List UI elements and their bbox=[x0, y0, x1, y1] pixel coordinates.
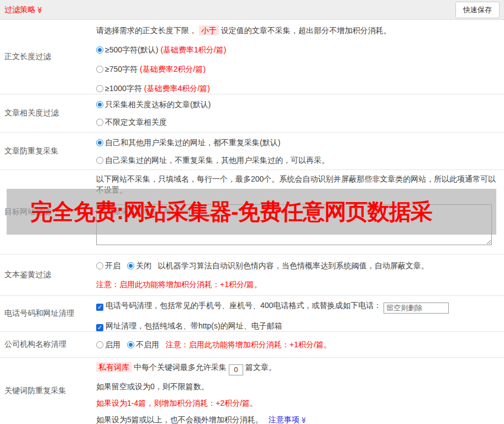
radio-option-disable[interactable]: 不启用 bbox=[127, 340, 159, 349]
radio-option-500[interactable]: ≥500字符(默认)(基础费率1积分/篇) bbox=[96, 44, 500, 55]
radio-unchecked-icon[interactable] bbox=[96, 157, 103, 164]
row-relevance-filter: 文章相关度过滤 只采集相关度达标的文章(默认) 不限定文章相关度 bbox=[0, 94, 504, 132]
row-phone-url-clean: 电话号码和网址清理 ✓电话号码清理，包括常见的手机号、座机号、400电话格式，或… bbox=[0, 296, 504, 332]
company-clean-cost-note: 注意：启用此功能将增加积分消耗：+1积分/篇。 bbox=[166, 340, 332, 349]
porn-filter-cost-note: 注意：启用此功能将增加积分消耗：+1积分/篇。 bbox=[96, 279, 500, 290]
radio-option-on[interactable]: 开启 bbox=[96, 261, 120, 270]
radio-checked-icon[interactable] bbox=[127, 262, 134, 269]
radio-option-750[interactable]: ≥750字符(基础费率2积分/篇) bbox=[96, 63, 500, 75]
radio-option-self-dedup[interactable]: 自己采集过的网址，不重复采集，其他用户采集过的，可以再采。 bbox=[96, 155, 500, 166]
body-length-intro: 请选择需求的正文长度下限， 小于 设定值的文章不采集，超出部分不增加积分消耗。 bbox=[96, 25, 500, 36]
keyword-note-cost: 如果设为1-4篇，则增加积分消耗：+2积分/篇。 bbox=[96, 398, 500, 409]
private-lexicon-tag: 私有词库 bbox=[96, 362, 132, 372]
header-bar: 过滤策略≫ 快速保存 bbox=[0, 0, 504, 20]
less-than-tag: 小于 bbox=[199, 25, 219, 35]
page-title[interactable]: 过滤策略≫ bbox=[4, 5, 44, 15]
chevron-double-down-icon: ≫ bbox=[298, 417, 309, 423]
radio-unchecked-icon[interactable] bbox=[96, 85, 103, 92]
chevron-double-down-icon: ≫ bbox=[36, 6, 44, 13]
porn-filter-options: 开启 关闭 以机器学习算法自动识别色情内容，当色情概率达到系统阈值，自动屏蔽文章… bbox=[96, 260, 500, 271]
radio-unchecked-icon[interactable] bbox=[96, 341, 103, 348]
checkbox-checked-icon[interactable]: ✓ bbox=[96, 324, 103, 331]
page-title-text: 过滤策略 bbox=[4, 5, 35, 14]
checkbox-checked-icon[interactable]: ✓ bbox=[96, 304, 103, 311]
url-clean-option[interactable]: ✓网址清理，包括纯域名、带http(s)的网址、电子邮箱 bbox=[96, 320, 500, 331]
radio-checked-icon[interactable] bbox=[96, 46, 103, 54]
row-label: 文章相关度过滤 bbox=[0, 94, 96, 132]
row-company-clean: 公司机构名称清理 启用 不启用 注意：启用此功能将增加积分消耗：+1积分/篇。 bbox=[0, 332, 504, 358]
row-label: 公司机构名称清理 bbox=[0, 332, 96, 357]
row-keyword-dedup: 关键词防重复采集 私有词库 中每个关键词最多允许采集篇文章。 如果留空或设为0，… bbox=[0, 358, 504, 424]
radio-option-no-limit[interactable]: 不限定文章相关度 bbox=[96, 116, 500, 128]
row-label: 电话号码和网址清理 bbox=[0, 296, 96, 331]
radio-option-off[interactable]: 关闭 bbox=[127, 261, 151, 270]
watermark-overlay: 完全免费:网站采集器-免费任意网页数据采 bbox=[7, 189, 496, 235]
phone-clean-option[interactable]: ✓电话号码清理，包括常见的手机号、座机号、400电话格式，或替换成如下电话： bbox=[96, 300, 500, 314]
keyword-limit-input[interactable] bbox=[229, 364, 243, 375]
fee-note: (基础费率4积分/篇) bbox=[144, 84, 210, 93]
radio-checked-icon[interactable] bbox=[96, 101, 103, 108]
row-label: 文本鉴黄过滤 bbox=[0, 255, 96, 295]
watermark-text: 完全免费:网站采集器-免费任意网页数据采 bbox=[30, 197, 432, 227]
porn-filter-desc: 以机器学习算法自动识别色情内容，当色情概率达到系统阈值，自动屏蔽文章。 bbox=[158, 261, 429, 270]
radio-option-relevant-only[interactable]: 只采集相关度达标的文章(默认) bbox=[96, 99, 500, 110]
radio-checked-icon[interactable] bbox=[127, 341, 134, 348]
radio-option-global-dedup[interactable]: 自己和其他用户采集过的网址，都不重复采集(默认) bbox=[96, 137, 500, 148]
radio-checked-icon[interactable] bbox=[96, 139, 103, 146]
fee-note: (基础费率1积分/篇) bbox=[160, 45, 226, 54]
row-porn-filter: 文本鉴黄过滤 开启 关闭 以机器学习算法自动识别色情内容，当色情概率达到系统阈值… bbox=[0, 255, 504, 296]
keyword-note-zero: 如果留空或设为0，则不限篇数。 bbox=[96, 381, 500, 392]
quick-save-button[interactable]: 快速保存 bbox=[455, 2, 500, 18]
radio-unchecked-icon[interactable] bbox=[96, 262, 103, 269]
radio-option-1000[interactable]: ≥1000字符(基础费率4积分/篇) bbox=[96, 83, 500, 94]
keyword-limit-line: 私有词库 中每个关键词最多允许采集篇文章。 bbox=[96, 362, 500, 375]
fee-note: (基础费率2积分/篇) bbox=[140, 65, 206, 73]
notice-link[interactable]: 注意事项≫ bbox=[269, 415, 307, 424]
replacement-phone-input[interactable] bbox=[384, 303, 449, 314]
keyword-note-five: 如果设为5篇或以上，也不会额外增加积分消耗。 注意事项≫ bbox=[96, 414, 500, 424]
company-clean-options: 启用 不启用 注意：启用此功能将增加积分消耗：+1积分/篇。 bbox=[96, 339, 500, 350]
row-label: 文章防重复采集 bbox=[0, 132, 96, 169]
radio-option-enable[interactable]: 启用 bbox=[96, 340, 120, 349]
row-label: 关键词防重复采集 bbox=[0, 358, 96, 424]
radio-unchecked-icon[interactable] bbox=[96, 66, 103, 73]
row-label: 正文长度过滤 bbox=[0, 20, 96, 94]
row-dedup-collection: 文章防重复采集 自己和其他用户采集过的网址，都不重复采集(默认) 自己采集过的网… bbox=[0, 132, 504, 170]
radio-unchecked-icon[interactable] bbox=[96, 119, 103, 126]
row-body-length-filter: 正文长度过滤 请选择需求的正文长度下限， 小于 设定值的文章不采集，超出部分不增… bbox=[0, 20, 504, 94]
